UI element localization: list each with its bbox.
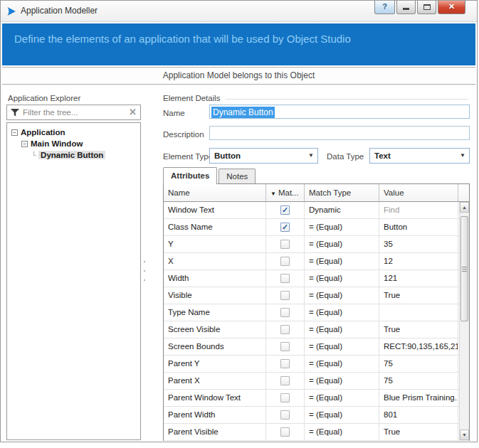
table-row[interactable]: Visible = (Equal) True (164, 287, 469, 304)
name-input[interactable]: Dynamic Button (209, 105, 470, 119)
match-checkbox[interactable] (280, 342, 290, 351)
value-cell: 75 (379, 373, 458, 389)
scrollbar-thumb[interactable] (460, 216, 468, 321)
tree-item-main-window[interactable]: − Main Window (7, 138, 140, 149)
data-type-select[interactable]: Text ▼ (369, 148, 470, 164)
match-checkbox[interactable] (280, 359, 290, 368)
attribute-name-cell: Screen Visible (164, 321, 266, 338)
application-tree: − Application − Main Window └ Dynamic Bu… (6, 122, 141, 440)
value-cell: 35 (379, 236, 458, 252)
value-cell: 801 (379, 407, 458, 423)
table-row[interactable]: Window Text ✓ Dynamic Find (164, 202, 469, 219)
filter-sort-icon: ▼ (270, 191, 276, 197)
match-type-cell: = (Equal) (305, 338, 379, 355)
column-header-match-type[interactable]: Match Type (305, 184, 379, 201)
element-type-select[interactable]: Button ▼ (209, 148, 318, 164)
minimize-icon (403, 8, 409, 10)
value-cell: Blue Prism Training... (379, 390, 458, 406)
column-header-value[interactable]: Value (379, 184, 458, 201)
match-checkbox[interactable] (280, 376, 290, 385)
tree-expand-icon[interactable]: − (11, 129, 18, 136)
match-cell: ✓ (266, 219, 305, 235)
tab-notes[interactable]: Notes (219, 169, 256, 183)
scroll-down-icon[interactable]: ▼ (460, 430, 469, 440)
table-row[interactable]: Parent Visible = (Equal) True (164, 424, 469, 441)
scroll-up-icon[interactable]: ▲ (460, 202, 469, 213)
table-row[interactable]: Parent Width = (Equal) 801 (164, 407, 469, 424)
tab-attributes[interactable]: Attributes (163, 167, 217, 184)
table-row[interactable]: Screen Bounds = (Equal) RECT:90,135,165,… (164, 338, 469, 356)
match-type-cell: Dynamic (305, 202, 379, 218)
value-cell: 121 (379, 270, 458, 287)
column-header-name[interactable]: Name (164, 184, 266, 201)
match-type-cell: = (Equal) (305, 236, 379, 252)
table-row[interactable]: Width = (Equal) 121 (164, 270, 469, 287)
match-checkbox[interactable] (280, 274, 290, 283)
match-checkbox[interactable]: ✓ (280, 206, 290, 215)
match-checkbox[interactable] (280, 393, 290, 402)
match-checkbox[interactable] (280, 308, 290, 317)
match-cell (266, 253, 305, 270)
tree-item-application[interactable]: − Application (7, 127, 140, 138)
chevron-down-icon: ▼ (308, 149, 314, 163)
match-checkbox[interactable] (280, 325, 290, 334)
panel-splitter[interactable] (144, 261, 146, 282)
tree-item-dynamic-button[interactable]: └ Dynamic Button (7, 149, 140, 161)
match-type-cell: = (Equal) (305, 270, 379, 287)
name-label: Name (163, 109, 185, 117)
help-button[interactable]: ? (374, 1, 395, 14)
table-row[interactable]: X = (Equal) 12 (164, 253, 469, 270)
description-input[interactable] (209, 126, 470, 140)
match-cell (266, 236, 305, 252)
table-row[interactable]: Y = (Equal) 35 (164, 236, 469, 253)
filter-placeholder: Filter the tree... (23, 105, 78, 119)
banner-text: Define the elements of an application th… (2, 23, 475, 45)
description-label: Description (163, 130, 204, 139)
match-checkbox[interactable] (280, 257, 290, 266)
clear-filter-icon[interactable]: ✕ (129, 105, 137, 119)
table-row[interactable]: Type Name = (Equal) (164, 304, 469, 321)
match-type-cell: = (Equal) (305, 407, 379, 423)
match-checkbox[interactable] (280, 427, 290, 437)
tree-item-label: Application (21, 128, 65, 137)
table-row[interactable]: Parent Window Text = (Equal) Blue Prism … (164, 390, 469, 407)
match-type-cell: = (Equal) (305, 287, 379, 304)
minimize-button[interactable] (396, 1, 416, 14)
table-header-row: Name ▼Mat... Match Type Value (164, 184, 469, 202)
close-button[interactable]: ✕ (438, 1, 465, 14)
match-checkbox[interactable]: ✓ (280, 223, 290, 232)
match-type-cell: = (Equal) (305, 390, 379, 406)
data-type-label: Data Type (327, 152, 364, 161)
value-cell: True (379, 321, 458, 338)
match-type-cell: = (Equal) (305, 219, 379, 235)
tree-expand-icon[interactable]: − (21, 141, 28, 147)
column-header-match[interactable]: ▼Mat... (266, 184, 305, 201)
table-row[interactable]: Screen Visible = (Equal) True (164, 321, 469, 338)
match-cell (266, 356, 305, 372)
attribute-name-cell: Y (164, 236, 266, 252)
attribute-name-cell: Parent X (164, 373, 266, 389)
match-checkbox[interactable] (280, 240, 290, 249)
value-cell (379, 304, 458, 321)
match-cell (266, 407, 305, 423)
header-banner: Define the elements of an application th… (2, 23, 475, 65)
match-cell (266, 270, 305, 287)
table-row[interactable]: Class Name ✓ = (Equal) Button (164, 219, 469, 236)
match-type-cell: = (Equal) (305, 356, 379, 372)
match-cell (266, 390, 305, 406)
table-row[interactable]: Parent Y = (Equal) 75 (164, 356, 469, 373)
attribute-name-cell: X (164, 253, 266, 270)
tree-item-label: Dynamic Button (38, 151, 105, 159)
vertical-scrollbar[interactable]: ▲ ▼ (459, 202, 469, 440)
table-row[interactable]: Parent X = (Equal) 75 (164, 373, 469, 390)
match-cell (266, 304, 305, 321)
tree-filter-input[interactable]: Filter the tree... ✕ (6, 105, 141, 120)
attribute-name-cell: Type Name (164, 304, 266, 321)
tree-branch-icon: └ (31, 151, 36, 159)
maximize-button[interactable] (417, 1, 436, 14)
match-checkbox[interactable] (280, 291, 290, 300)
value-cell: Button (379, 219, 458, 235)
attribute-name-cell: Parent Visible (164, 424, 266, 440)
maximize-icon (423, 4, 431, 10)
match-checkbox[interactable] (280, 410, 290, 420)
